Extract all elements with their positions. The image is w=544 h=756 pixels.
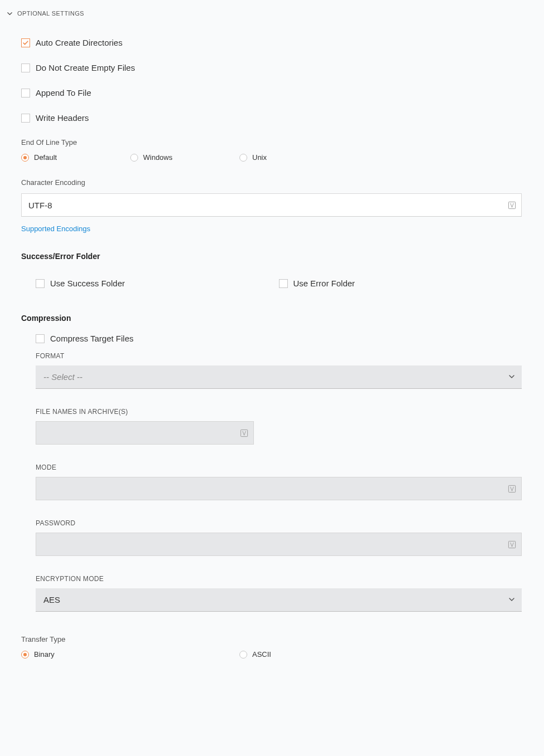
transfer-ascii-label: ASCII bbox=[252, 650, 271, 659]
encryption-mode-value: AES bbox=[43, 595, 60, 604]
radio-icon bbox=[130, 154, 138, 162]
auto-create-dirs-checkbox[interactable] bbox=[21, 38, 30, 47]
transfer-binary-label: Binary bbox=[34, 650, 55, 659]
chevron-down-icon bbox=[508, 596, 515, 604]
eol-radio-unix[interactable]: Unix bbox=[239, 153, 349, 162]
compress-target-label: Compress Target Files bbox=[50, 334, 134, 343]
success-error-heading: Success/Error Folder bbox=[21, 252, 522, 261]
file-names-input bbox=[36, 421, 254, 445]
use-error-folder-label: Use Error Folder bbox=[293, 279, 355, 288]
eol-default-label: Default bbox=[34, 153, 57, 162]
radio-icon bbox=[239, 154, 247, 162]
append-to-file-label: Append To File bbox=[36, 88, 91, 97]
use-success-folder-label: Use Success Folder bbox=[50, 279, 125, 288]
write-headers-checkbox[interactable] bbox=[21, 114, 30, 123]
transfer-type-label: Transfer Type bbox=[21, 635, 522, 643]
eol-radio-windows[interactable]: Windows bbox=[130, 153, 239, 162]
encryption-mode-label: ENCRYPTION MODE bbox=[36, 575, 522, 583]
auto-create-dirs-label: Auto Create Directories bbox=[36, 38, 122, 47]
password-label: PASSWORD bbox=[36, 519, 522, 527]
optional-settings-header[interactable]: OPTIONAL SETTINGS bbox=[7, 7, 522, 22]
encoding-label: Character Encoding bbox=[21, 178, 522, 187]
chevron-down-icon bbox=[7, 11, 13, 17]
supported-encodings-link[interactable]: Supported Encodings bbox=[21, 225, 90, 233]
use-error-folder-checkbox[interactable] bbox=[279, 279, 288, 288]
compression-heading: Compression bbox=[21, 314, 522, 323]
encryption-mode-select[interactable]: AES bbox=[36, 588, 522, 612]
svg-rect-1 bbox=[241, 430, 247, 436]
compress-target-checkbox[interactable] bbox=[36, 334, 45, 343]
format-select[interactable]: -- Select -- bbox=[36, 365, 522, 389]
radio-icon bbox=[21, 651, 29, 659]
use-success-folder-checkbox[interactable] bbox=[36, 279, 45, 288]
format-label: FORMAT bbox=[36, 352, 522, 360]
write-headers-label: Write Headers bbox=[36, 113, 89, 123]
transfer-radio-group: Binary ASCII bbox=[21, 650, 522, 659]
do-not-create-empty-checkbox[interactable] bbox=[21, 64, 30, 72]
eol-label: End Of Line Type bbox=[21, 138, 522, 147]
section-title: OPTIONAL SETTINGS bbox=[17, 10, 84, 17]
encoding-input[interactable] bbox=[21, 193, 522, 217]
eol-windows-label: Windows bbox=[143, 153, 173, 162]
variable-icon bbox=[507, 540, 516, 549]
do-not-create-empty-label: Do Not Create Empty Files bbox=[36, 63, 135, 72]
svg-rect-2 bbox=[508, 485, 515, 492]
password-input bbox=[36, 533, 522, 556]
radio-icon bbox=[239, 651, 247, 659]
mode-input bbox=[36, 477, 522, 500]
variable-icon bbox=[507, 484, 516, 493]
eol-radio-group: Default Windows Unix bbox=[21, 153, 522, 162]
svg-rect-0 bbox=[508, 202, 515, 208]
chevron-down-icon bbox=[508, 373, 515, 382]
file-names-label: FILE NAMES IN ARCHIVE(S) bbox=[36, 408, 522, 416]
radio-icon bbox=[21, 154, 29, 162]
append-to-file-checkbox[interactable] bbox=[21, 89, 30, 97]
format-placeholder: -- Select -- bbox=[43, 372, 82, 382]
transfer-radio-ascii[interactable]: ASCII bbox=[239, 650, 458, 659]
transfer-radio-binary[interactable]: Binary bbox=[21, 650, 239, 659]
eol-unix-label: Unix bbox=[252, 153, 267, 162]
mode-label: MODE bbox=[36, 464, 522, 471]
variable-icon[interactable] bbox=[507, 201, 516, 209]
variable-icon bbox=[239, 428, 248, 437]
eol-radio-default[interactable]: Default bbox=[21, 153, 130, 162]
svg-rect-3 bbox=[508, 541, 515, 548]
